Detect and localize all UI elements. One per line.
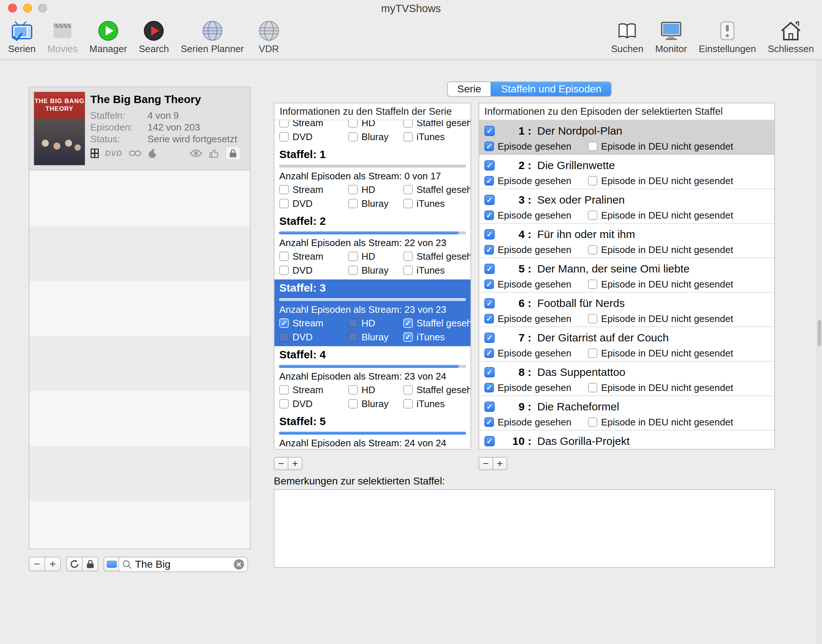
episode-gesehen-checkbox[interactable]: Episode gesehen xyxy=(484,348,588,359)
episode-deu-checkbox[interactable]: Episode in DEU nicht gesendet xyxy=(588,417,733,428)
scrollbar-thumb[interactable] xyxy=(817,320,821,346)
toolbar-item-search[interactable]: Search xyxy=(139,19,169,55)
hd-checkbox[interactable]: HD xyxy=(348,317,403,329)
episode-deu-checkbox[interactable]: Episode in DEU nicht gesendet xyxy=(588,313,733,325)
notes-field[interactable] xyxy=(274,489,775,568)
season-item[interactable]: Staffel: 1 Anzahl Episoden als Stream: 0… xyxy=(275,146,470,213)
episode-select-checkbox[interactable] xyxy=(484,367,495,377)
episode-select-checkbox[interactable] xyxy=(484,436,495,446)
stream-checkbox[interactable]: Stream xyxy=(279,251,348,262)
staffel-gesehen-checkbox[interactable]: Staffel gesehen xyxy=(403,317,470,329)
staffel-gesehen-checkbox[interactable]: Staffel gesehen xyxy=(403,251,470,262)
zoom-button[interactable] xyxy=(38,4,47,12)
episode-row[interactable]: 3 : Sex oder Pralinen Episode gesehen Ep… xyxy=(479,189,774,224)
minimize-button[interactable] xyxy=(23,4,32,12)
season-item[interactable]: Stream HD Staffel gesehen DVD Bluray iTu… xyxy=(275,120,470,146)
episode-deu-checkbox[interactable]: Episode in DEU nicht gesendet xyxy=(588,141,733,152)
toolbar-item-monitor[interactable]: Monitor xyxy=(655,19,687,55)
episode-deu-checkbox[interactable]: Episode in DEU nicht gesendet xyxy=(588,382,733,394)
episode-row[interactable]: 8 : Das Suppentattoo Episode gesehen Epi… xyxy=(479,362,774,396)
episode-select-checkbox[interactable] xyxy=(484,298,495,308)
episode-select-checkbox[interactable] xyxy=(484,195,495,205)
add-season-button[interactable]: + xyxy=(288,457,303,470)
episode-gesehen-checkbox[interactable]: Episode gesehen xyxy=(484,244,588,256)
episode-gesehen-checkbox[interactable]: Episode gesehen xyxy=(484,141,588,152)
stream-checkbox[interactable]: Stream xyxy=(279,317,348,329)
refresh-button[interactable] xyxy=(66,557,83,571)
tab-staffeln-und-episoden[interactable]: Staffeln und Episoden xyxy=(491,82,611,96)
toolbar-item-einstellungen[interactable]: Einstellungen xyxy=(699,19,756,55)
remove-series-button[interactable]: − xyxy=(29,557,45,571)
episode-row[interactable]: 10 : Das Gorilla-Projekt Episode gesehen… xyxy=(479,431,774,449)
stream-checkbox[interactable]: Stream xyxy=(279,384,348,396)
remove-episode-button[interactable]: − xyxy=(478,457,493,470)
episode-select-checkbox[interactable] xyxy=(484,126,495,136)
clear-search-button[interactable] xyxy=(234,559,244,570)
tab-serie[interactable]: Serie xyxy=(448,82,491,96)
episode-row[interactable]: 6 : Football für Nerds Episode gesehen E… xyxy=(479,293,774,327)
episode-deu-checkbox[interactable]: Episode in DEU nicht gesendet xyxy=(588,348,733,359)
episode-row[interactable]: 9 : Die Racheformel Episode gesehen Epis… xyxy=(479,396,774,431)
episode-row[interactable]: 7 : Der Gitarrist auf der Couch Episode … xyxy=(479,327,774,362)
episode-gesehen-checkbox[interactable]: Episode gesehen xyxy=(484,313,588,325)
episode-gesehen-checkbox[interactable]: Episode gesehen xyxy=(484,382,588,394)
season-item-selected[interactable]: Staffel: 3 Anzahl Episoden als Stream: 2… xyxy=(275,279,470,346)
bluray-checkbox[interactable]: Bluray xyxy=(348,331,403,343)
itunes-checkbox[interactable]: iTunes xyxy=(403,265,466,276)
episode-deu-checkbox[interactable]: Episode in DEU nicht gesendet xyxy=(588,175,733,187)
dvd-checkbox[interactable]: DVD xyxy=(279,398,348,409)
episode-gesehen-checkbox[interactable]: Episode gesehen xyxy=(484,417,588,428)
toolbar-item-schliessen[interactable]: Schliessen xyxy=(768,19,814,55)
episode-row[interactable]: 2 : Die Grillenwette Episode gesehen Epi… xyxy=(479,155,774,189)
episode-row[interactable]: 1 : Der Nordpol-Plan Episode gesehen Epi… xyxy=(479,120,774,155)
episode-gesehen-checkbox[interactable]: Episode gesehen xyxy=(484,279,588,290)
episode-select-checkbox[interactable] xyxy=(484,160,495,170)
toolbar-item-serien[interactable]: Serien xyxy=(8,19,35,55)
season-item[interactable]: Staffel: 2 Anzahl Episoden als Stream: 2… xyxy=(275,213,470,279)
itunes-checkbox[interactable]: iTunes xyxy=(403,198,466,209)
dvd-checkbox[interactable]: DVD xyxy=(279,198,348,209)
episode-gesehen-checkbox[interactable]: Episode gesehen xyxy=(484,175,588,187)
add-series-button[interactable]: + xyxy=(45,557,61,571)
staffel-gesehen-checkbox[interactable]: Staffel gesehen xyxy=(403,184,470,195)
hd-checkbox[interactable]: HD xyxy=(348,384,403,396)
episode-select-checkbox[interactable] xyxy=(484,229,495,239)
toolbar-item-vdr[interactable]: VDR xyxy=(256,19,282,55)
lock-button[interactable] xyxy=(82,557,98,571)
add-episode-button[interactable]: + xyxy=(492,457,507,470)
episode-select-checkbox[interactable] xyxy=(484,402,495,412)
episode-row[interactable]: 4 : Für ihn oder mit ihm Episode gesehen… xyxy=(479,224,774,258)
bluray-checkbox[interactable]: Bluray xyxy=(348,265,403,276)
episode-deu-checkbox[interactable]: Episode in DEU nicht gesendet xyxy=(588,244,733,256)
stream-checkbox[interactable]: Stream xyxy=(279,120,348,129)
color-label-button[interactable] xyxy=(103,557,120,571)
search-input[interactable] xyxy=(135,558,230,570)
itunes-checkbox[interactable]: iTunes xyxy=(403,398,466,409)
hd-checkbox[interactable]: HD xyxy=(348,184,403,195)
toolbar-item-suchen[interactable]: Suchen xyxy=(611,19,643,55)
staffel-gesehen-checkbox[interactable]: Staffel gesehen xyxy=(403,120,470,129)
episode-select-checkbox[interactable] xyxy=(484,264,495,274)
window-scrollbar[interactable] xyxy=(816,60,822,644)
bluray-checkbox[interactable]: Bluray xyxy=(348,131,403,143)
staffel-gesehen-checkbox[interactable]: Staffel gesehen xyxy=(403,384,470,396)
itunes-checkbox[interactable]: iTunes xyxy=(403,331,466,343)
dvd-checkbox[interactable]: DVD xyxy=(279,265,348,276)
dvd-checkbox[interactable]: DVD xyxy=(279,331,348,343)
remove-season-button[interactable]: − xyxy=(274,457,289,470)
close-button[interactable] xyxy=(8,4,17,12)
bluray-checkbox[interactable]: Bluray xyxy=(348,198,403,209)
hd-checkbox[interactable]: HD xyxy=(348,251,403,262)
toolbar-item-movies[interactable]: Movies xyxy=(47,19,77,55)
toolbar-item-manager[interactable]: Manager xyxy=(89,19,128,55)
lock-icon[interactable] xyxy=(226,147,240,160)
season-item[interactable]: Staffel: 5 Anzahl Episoden als Stream: 2… xyxy=(275,413,470,449)
hd-checkbox[interactable]: HD xyxy=(348,120,403,129)
bluray-checkbox[interactable]: Bluray xyxy=(348,398,403,409)
series-list-item[interactable]: THE BIG BANG THEORY The Big Bang Theory … xyxy=(29,87,250,170)
episode-row[interactable]: 5 : Der Mann, der seine Omi liebte Episo… xyxy=(479,258,774,293)
episode-deu-checkbox[interactable]: Episode in DEU nicht gesendet xyxy=(588,279,733,290)
stream-checkbox[interactable]: Stream xyxy=(279,184,348,195)
itunes-checkbox[interactable]: iTunes xyxy=(403,131,466,143)
episode-gesehen-checkbox[interactable]: Episode gesehen xyxy=(484,210,588,221)
